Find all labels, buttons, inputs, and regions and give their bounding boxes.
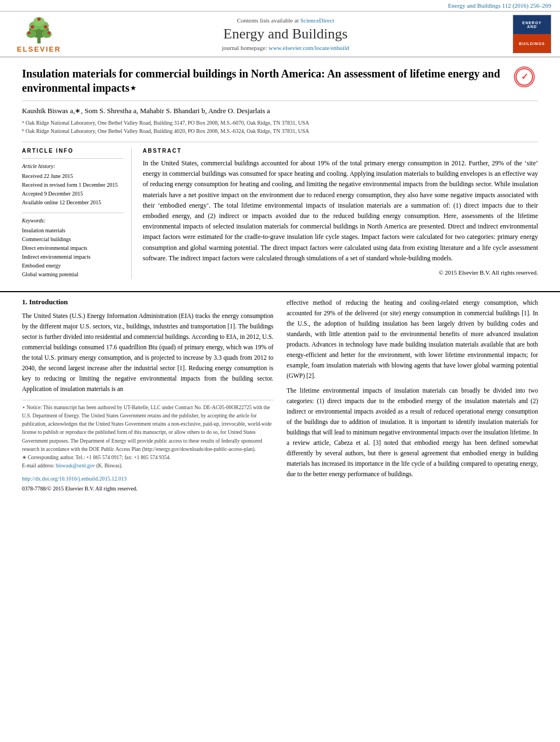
available-date: Available online 12 December 2015	[22, 198, 124, 207]
main-body: 1. Introduction The United States (U.S.)…	[0, 291, 560, 502]
abstract-col: ABSTRACT In the United States, commercia…	[143, 148, 538, 279]
article-info-col: ARTICLE INFO Article history: Received 2…	[22, 148, 132, 279]
crossmark-box: ✓	[511, 66, 538, 87]
svg-point-7	[31, 25, 34, 29]
svg-point-9	[44, 25, 47, 29]
section1-right-text1: effective method of reducing the heating…	[287, 298, 538, 381]
email-note: (K. Biswas).	[96, 463, 122, 468]
issn-line: 0378-7788/© 2015 Elsevier B.V. All right…	[22, 484, 273, 493]
title-section: Insulation materials for commercial buil…	[22, 66, 538, 101]
elsevier-logo: ELSEVIER	[9, 15, 69, 53]
body-two-col: 1. Introduction The United States (U.S.)…	[22, 298, 538, 493]
logo-buildings-text: BUILDINGS	[519, 42, 545, 46]
homepage-link[interactable]: www.elsevier.com/locate/enbuild	[268, 44, 349, 51]
keyword-4: Indirect environmental impacts	[22, 253, 124, 261]
logo-and-text: AND	[527, 25, 537, 29]
sciencedirect-link[interactable]: ScienceDirect	[300, 17, 334, 24]
journal-logo-icon: ENERGY AND BUILDINGS	[513, 15, 551, 53]
footnote-star: ⋆ Notice: This manuscript has been autho…	[22, 404, 273, 454]
accepted-date: Accepted 9 December 2015	[22, 189, 124, 198]
crossmark-svg: ✓	[515, 68, 534, 86]
footnote-corresponding: ∗ Corresponding author. Tel.: +1 865 574…	[22, 454, 273, 462]
history-title: Article history:	[22, 162, 124, 171]
svg-point-8	[37, 18, 41, 21]
body-left-col: 1. Introduction The United States (U.S.)…	[22, 298, 273, 493]
article-info-abstract: ARTICLE INFO Article history: Received 2…	[22, 142, 538, 279]
keyword-1: Insulation materials	[22, 226, 124, 235]
svg-point-2	[26, 30, 36, 38]
article-info-label: ARTICLE INFO	[22, 148, 124, 154]
header-center: Contents lists available at ScienceDirec…	[69, 17, 502, 51]
keyword-2: Commercial buildings	[22, 235, 124, 244]
article-title: Insulation materials for commercial buil…	[22, 66, 505, 95]
article-history: Article history: Received 22 June 2015 R…	[22, 162, 124, 207]
elsevier-brand-text: ELSEVIER	[17, 45, 61, 53]
received-revised-date: Received in revised form 1 December 2015	[22, 181, 124, 189]
crossmark-icon[interactable]: ✓	[514, 66, 535, 87]
email-label: E-mail address:	[22, 463, 54, 468]
footnote-area: ⋆ Notice: This manuscript has been autho…	[22, 400, 273, 494]
section1-heading: 1. Introduction	[22, 298, 273, 306]
affiliation-b: ᵇ Oak Ridge National Laboratory, One Bet…	[22, 127, 538, 135]
keywords-title: Keywords:	[22, 216, 124, 225]
doi-link[interactable]: http://dx.doi.org/10.1016/j.enbuild.2015…	[22, 475, 273, 483]
footnote-email: E-mail address: biswask@ornl.gov (K. Bis…	[22, 462, 273, 470]
affiliations: ᵃ Oak Ridge National Laboratory, One Bet…	[22, 119, 538, 135]
elsevier-tree-icon	[17, 15, 61, 45]
journal-reference: Energy and Buildings 112 (2016) 256–269	[0, 2, 560, 11]
abstract-text: In the United States, commercial buildin…	[143, 158, 538, 277]
keyword-3: Direct environmental impacts	[22, 244, 124, 253]
svg-text:✓: ✓	[521, 72, 528, 81]
abstract-paragraph: In the United States, commercial buildin…	[143, 158, 538, 264]
svg-point-3	[42, 30, 52, 38]
sciencedirect-line: Contents lists available at ScienceDirec…	[69, 17, 502, 24]
abstract-label: ABSTRACT	[143, 148, 538, 154]
section1-right-text2: The lifetime environmental impacts of in…	[287, 386, 538, 479]
journal-logo-box: ENERGY AND BUILDINGS	[502, 15, 551, 53]
body-right-col: effective method of reducing the heating…	[287, 298, 538, 493]
svg-point-11	[48, 32, 51, 35]
authors-line: Kaushik Biswas a,∗, Som S. Shrestha a, M…	[22, 107, 538, 115]
copyright-line: © 2015 Elsevier B.V. All rights reserved…	[143, 268, 538, 278]
page-header: Energy and Buildings 112 (2016) 256–269	[0, 0, 560, 58]
received-date: Received 22 June 2015	[22, 172, 124, 181]
keyword-6: Global warming potential	[22, 270, 124, 279]
affiliation-a: ᵃ Oak Ridge National Laboratory, One Bet…	[22, 119, 538, 127]
keywords-section: Keywords: Insulation materials Commercia…	[22, 216, 124, 279]
logo-energy-text: ENERGY	[522, 21, 542, 25]
journal-title: Energy and Buildings	[69, 26, 502, 42]
email-link[interactable]: biswask@ornl.gov	[56, 463, 95, 468]
keyword-5: Embodied energy	[22, 261, 124, 270]
article-content: Insulation materials for commercial buil…	[0, 58, 560, 288]
svg-point-10	[28, 32, 31, 35]
homepage-line: journal homepage: www.elsevier.com/locat…	[69, 44, 502, 51]
section1-left-text: The United States (U.S.) Energy Informat…	[22, 311, 273, 394]
header-main: ELSEVIER Contents lists available at Sci…	[0, 11, 560, 57]
